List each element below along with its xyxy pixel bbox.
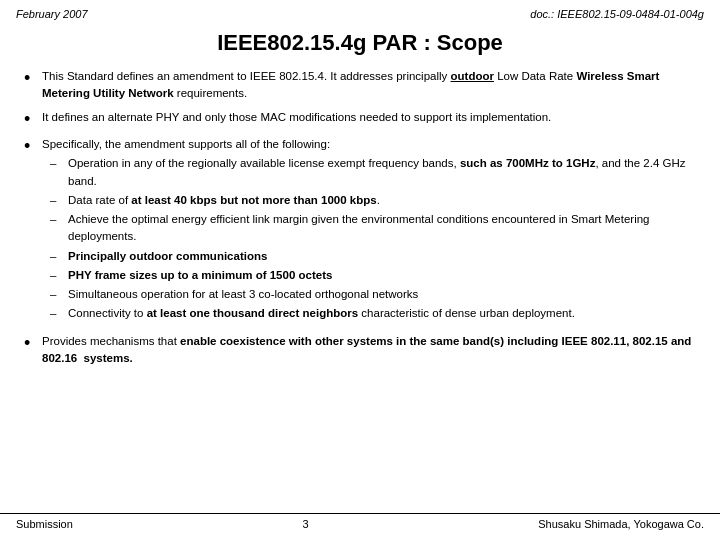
header: February 2007 doc.: IEEE802.15-09-0484-0… (0, 0, 720, 24)
coexistence-text: enable coexistence with other systems in… (42, 335, 691, 364)
sub-7-text: Connectivity to at least one thousand di… (68, 305, 575, 322)
last-bullet-container: • Provides mechanisms that enable coexis… (24, 333, 696, 368)
bullet-3-container: Specifically, the amendment supports all… (42, 136, 696, 325)
dash: – (50, 155, 64, 172)
dash: – (50, 267, 64, 284)
network-text: Wireless Smart Metering Utility Network (42, 70, 659, 99)
dash: – (50, 211, 64, 228)
dash: – (50, 286, 64, 303)
main-bullet-list: • This Standard defines an amendment to … (24, 68, 696, 325)
header-left: February 2007 (16, 8, 88, 20)
dash: – (50, 248, 64, 265)
footer-right: Shusaku Shimada, Yokogawa Co. (538, 518, 704, 530)
bullet-1-text: This Standard defines an amendment to IE… (42, 68, 696, 103)
sub-2-text: Data rate of at least 40 kbps but not mo… (68, 192, 380, 209)
footer: Submission 3 Shusaku Shimada, Yokogawa C… (0, 513, 720, 530)
list-item: • Specifically, the amendment supports a… (24, 136, 696, 325)
list-item: – Simultaneous operation for at least 3 … (50, 286, 696, 303)
bullet-2-text: It defines an alternate PHY and only tho… (42, 109, 551, 126)
last-bullet-text: Provides mechanisms that enable coexiste… (42, 333, 696, 368)
list-item: • This Standard defines an amendment to … (24, 68, 696, 103)
header-right: doc.: IEEE802.15-09-0484-01-004g (530, 8, 704, 20)
freq-text: such as 700MHz to 1GHz (460, 157, 595, 169)
list-item: – Data rate of at least 40 kbps but not … (50, 192, 696, 209)
list-item: – Connectivity to at least one thousand … (50, 305, 696, 322)
sub-4-text: Principally outdoor communications (68, 248, 267, 265)
page-title: IEEE802.15.4g PAR : Scope (0, 24, 720, 68)
sub-3-text: Achieve the optimal energy efficient lin… (68, 211, 696, 246)
list-item: – Achieve the optimal energy efficient l… (50, 211, 696, 246)
list-item: – Principally outdoor communications (50, 248, 696, 265)
bullet-3-text: Specifically, the amendment supports all… (42, 138, 330, 150)
footer-left: Submission (16, 518, 73, 530)
dash: – (50, 192, 64, 209)
content-area: • This Standard defines an amendment to … (0, 68, 720, 367)
data-rate-text: at least 40 kbps but not more than 1000 … (131, 194, 376, 206)
sub-6-text: Simultaneous operation for at least 3 co… (68, 286, 418, 303)
bullet-dot: • (24, 333, 38, 355)
list-item: • It defines an alternate PHY and only t… (24, 109, 696, 131)
sub-5-text: PHY frame sizes up to a minimum of 1500 … (68, 267, 332, 284)
list-item: – PHY frame sizes up to a minimum of 150… (50, 267, 696, 284)
sub-bullet-list: – Operation in any of the regionally ava… (42, 155, 696, 322)
neighbors-text: at least one thousand direct neighbors (147, 307, 359, 319)
bullet-dot: • (24, 109, 38, 131)
list-item: – Operation in any of the regionally ava… (50, 155, 696, 190)
bullet-dot: • (24, 136, 38, 158)
footer-page-number: 3 (73, 518, 538, 530)
dash: – (50, 305, 64, 322)
sub-1-text: Operation in any of the regionally avail… (68, 155, 696, 190)
outdoor-text: outdoor (451, 70, 494, 82)
bullet-dot: • (24, 68, 38, 90)
